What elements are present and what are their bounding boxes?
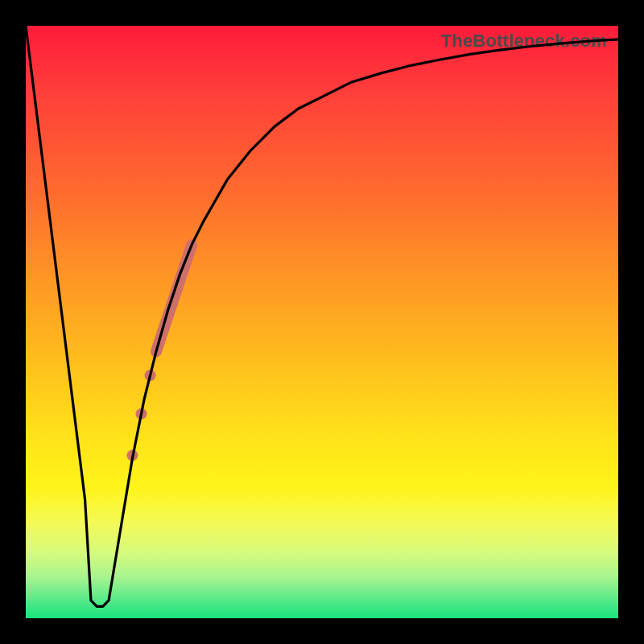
curve-layer (26, 26, 618, 606)
markers-layer (126, 245, 192, 460)
plot-area: TheBottleneck.com (26, 26, 618, 618)
chart-svg (26, 26, 618, 618)
bottleneck-curve (26, 26, 618, 606)
chart-frame: TheBottleneck.com (0, 0, 644, 644)
